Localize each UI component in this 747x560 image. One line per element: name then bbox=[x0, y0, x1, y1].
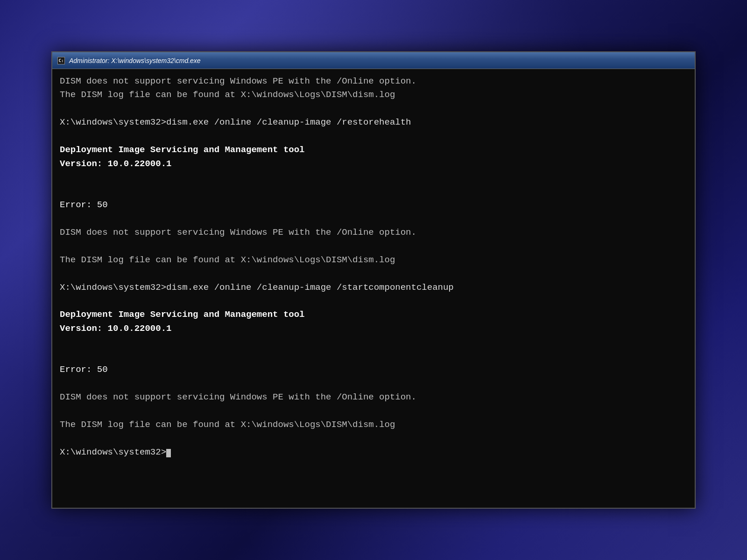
console-line: Deployment Image Servicing and Managemen… bbox=[60, 308, 687, 322]
console-empty-line bbox=[60, 336, 687, 349]
console-empty-line bbox=[60, 212, 687, 225]
console-line: X:\windows\system32>dism.exe /online /cl… bbox=[60, 281, 687, 294]
console-empty-line bbox=[60, 130, 687, 143]
cmd-window: C: Administrator: X:\windows\system32\cm… bbox=[51, 51, 696, 509]
cmd-icon-graphic: C: bbox=[57, 57, 65, 64]
console-empty-line bbox=[60, 432, 687, 445]
window-title: Administrator: X:\windows\system32\cmd.e… bbox=[69, 57, 201, 64]
console-line: Version: 10.0.22000.1 bbox=[60, 157, 687, 171]
cursor bbox=[166, 449, 171, 457]
console-line: DISM does not support servicing Windows … bbox=[60, 391, 687, 404]
console-empty-line bbox=[60, 239, 687, 253]
console-empty-line bbox=[60, 405, 687, 418]
console-line: DISM does not support servicing Windows … bbox=[60, 226, 687, 239]
console-empty-line bbox=[60, 185, 687, 198]
console-empty-line bbox=[60, 102, 687, 116]
console-line: X:\windows\system32>dism.exe /online /cl… bbox=[60, 116, 687, 129]
title-bar: C: Administrator: X:\windows\system32\cm… bbox=[52, 52, 695, 69]
console-empty-line bbox=[60, 171, 687, 184]
console-empty-line bbox=[60, 350, 687, 363]
console-line: Error: 50 bbox=[60, 198, 687, 212]
console-line: DISM does not support servicing Windows … bbox=[60, 75, 687, 88]
console-empty-line bbox=[60, 294, 687, 308]
console-line: The DISM log file can be found at X:\win… bbox=[60, 88, 687, 102]
console-empty-line bbox=[60, 267, 687, 280]
console-prompt-line: X:\windows\system32> bbox=[60, 446, 687, 459]
console-line: The DISM log file can be found at X:\win… bbox=[60, 418, 687, 432]
console-output[interactable]: DISM does not support servicing Windows … bbox=[52, 69, 695, 508]
console-line: The DISM log file can be found at X:\win… bbox=[60, 253, 687, 267]
console-line: Error: 50 bbox=[60, 363, 687, 377]
console-line: Deployment Image Servicing and Managemen… bbox=[60, 143, 687, 157]
console-empty-line bbox=[60, 377, 687, 391]
window-icon: C: bbox=[57, 56, 65, 65]
console-line: Version: 10.0.22000.1 bbox=[60, 322, 687, 336]
